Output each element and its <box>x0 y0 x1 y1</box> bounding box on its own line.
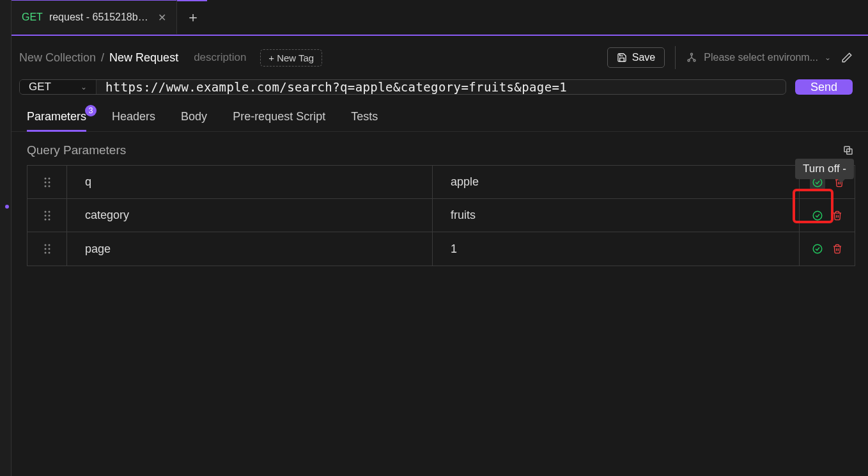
sidebar-edge <box>0 0 12 476</box>
check-circle-icon <box>812 210 823 221</box>
params-table: q apple category fruits <box>27 165 855 266</box>
param-key-input[interactable]: category <box>67 199 433 232</box>
param-actions <box>800 232 855 266</box>
check-circle-icon <box>812 243 823 255</box>
svg-point-7 <box>44 181 46 183</box>
drag-handle[interactable] <box>27 232 67 266</box>
tab-title: request - 6515218b4... <box>49 12 151 23</box>
plus-icon: + <box>268 52 274 63</box>
request-tab[interactable]: GET request - 6515218b4... ✕ <box>12 0 177 34</box>
chevron-down-icon: ⌄ <box>825 53 831 62</box>
tab-bar: GET request - 6515218b4... ✕ ＋ <box>12 0 868 36</box>
save-button[interactable]: Save <box>607 47 665 68</box>
parameters-count-badge: 3 <box>85 105 97 116</box>
url-row: GET ⌄ https://www.example.com/search?q=a… <box>0 77 868 97</box>
svg-point-13 <box>48 210 50 212</box>
table-row: category fruits <box>27 199 855 232</box>
tab-pre-request[interactable]: Pre-request Script <box>233 104 325 131</box>
divider <box>675 46 676 69</box>
drag-icon <box>44 210 50 221</box>
edit-environment-button[interactable] <box>841 52 853 63</box>
delete-param-button[interactable] <box>832 210 842 221</box>
method-select[interactable]: GET ⌄ <box>20 80 97 94</box>
svg-point-2 <box>694 60 695 61</box>
table-row: page 1 <box>27 232 855 266</box>
svg-point-18 <box>813 211 822 220</box>
toggle-param-button[interactable] <box>812 210 823 221</box>
add-tab-button[interactable]: ＋ <box>177 8 209 27</box>
section-title: Query Parameters <box>27 143 126 157</box>
svg-point-10 <box>48 185 50 187</box>
svg-point-5 <box>44 177 46 179</box>
request-tabs: Parameters 3 Headers Body Pre-request Sc… <box>0 97 868 132</box>
environment-placeholder: Please select environm... <box>704 52 818 63</box>
svg-point-14 <box>44 214 46 216</box>
tab-tests[interactable]: Tests <box>351 104 378 131</box>
new-tag-label: New Tag <box>277 52 314 63</box>
tab-parameters-label: Parameters <box>27 110 86 123</box>
new-tag-button[interactable]: + New Tag <box>260 49 322 67</box>
trash-icon <box>832 244 842 254</box>
svg-point-17 <box>48 218 50 220</box>
sidebar-indicator <box>5 205 9 209</box>
svg-point-0 <box>691 53 693 55</box>
svg-point-22 <box>48 248 50 250</box>
breadcrumb: New Collection / New Request <box>19 51 178 65</box>
request-header: New Collection / New Request description… <box>0 36 868 77</box>
param-actions <box>800 199 855 232</box>
method-url-container: GET ⌄ https://www.example.com/search?q=a… <box>19 79 786 95</box>
svg-point-12 <box>44 210 46 212</box>
svg-point-23 <box>44 252 46 254</box>
send-button[interactable]: Send <box>795 79 853 95</box>
pencil-icon <box>841 52 853 63</box>
svg-point-16 <box>44 218 46 220</box>
save-label: Save <box>632 52 655 63</box>
svg-point-8 <box>48 181 50 183</box>
trash-icon <box>832 210 842 221</box>
environment-select[interactable]: Please select environm... ⌄ <box>686 52 831 63</box>
close-icon[interactable]: ✕ <box>158 12 166 24</box>
copy-button[interactable] <box>842 145 854 156</box>
param-value-input[interactable]: apple <box>433 166 800 198</box>
drag-icon <box>44 244 50 254</box>
svg-point-15 <box>48 214 50 216</box>
svg-point-6 <box>48 177 50 179</box>
tab-headers[interactable]: Headers <box>112 104 155 131</box>
table-row: q apple <box>27 166 855 199</box>
drag-handle[interactable] <box>27 166 67 198</box>
svg-point-9 <box>44 185 46 187</box>
param-key-input[interactable]: page <box>67 232 433 266</box>
chevron-down-icon: ⌄ <box>81 83 87 91</box>
breadcrumb-current[interactable]: New Request <box>109 51 178 65</box>
tab-parameters[interactable]: Parameters 3 <box>27 104 86 131</box>
section-header: Query Parameters <box>0 132 868 165</box>
svg-point-25 <box>813 244 822 253</box>
drag-icon <box>44 177 50 187</box>
svg-point-21 <box>44 248 46 250</box>
drag-handle[interactable] <box>27 199 67 232</box>
method-label: GET <box>29 81 51 93</box>
tooltip: Turn off - <box>795 159 854 179</box>
url-input[interactable]: https://www.example.com/search?q=apple&c… <box>97 80 786 94</box>
breadcrumb-separator: / <box>101 51 104 65</box>
param-key-input[interactable]: q <box>67 166 433 198</box>
tab-body[interactable]: Body <box>181 104 207 131</box>
svg-point-24 <box>48 252 50 254</box>
save-icon <box>617 52 627 63</box>
param-value-input[interactable]: fruits <box>433 199 800 232</box>
environment-icon <box>686 52 697 63</box>
svg-point-19 <box>44 244 46 246</box>
tab-method-label: GET <box>22 12 43 23</box>
svg-point-1 <box>688 60 690 61</box>
delete-param-button[interactable] <box>832 244 842 254</box>
description-field[interactable]: description <box>194 51 246 64</box>
toggle-param-button[interactable] <box>812 243 823 255</box>
param-value-input[interactable]: 1 <box>433 232 800 266</box>
breadcrumb-parent[interactable]: New Collection <box>19 51 96 65</box>
copy-icon <box>842 145 854 156</box>
svg-point-20 <box>48 244 50 246</box>
